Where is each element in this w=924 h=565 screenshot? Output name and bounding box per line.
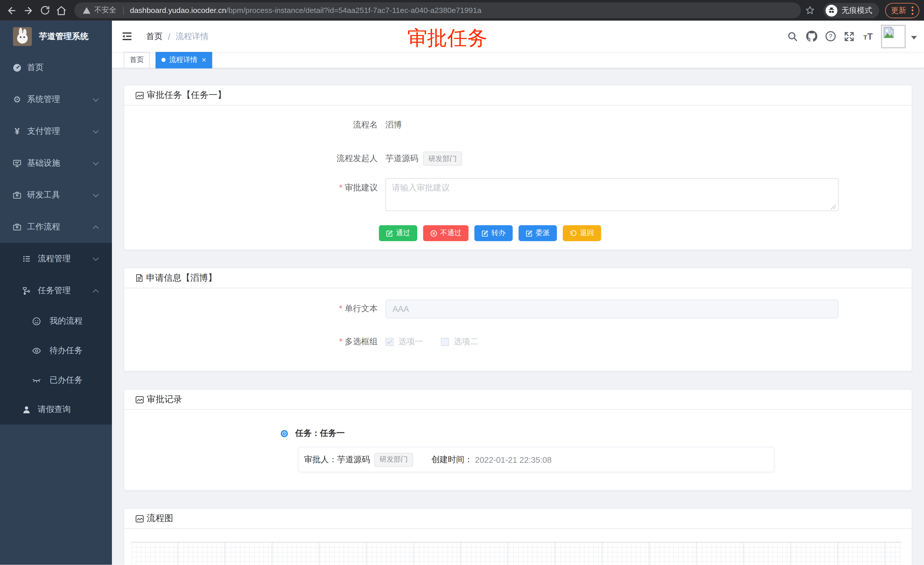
monitor-icon xyxy=(12,158,22,168)
edit-icon xyxy=(482,230,489,237)
created-time-value: 2022-01-21 22:35:08 xyxy=(475,455,552,464)
sidebar-item-infra[interactable]: 基础设施 xyxy=(0,147,112,179)
process-name-value: 滔博 xyxy=(386,120,402,130)
single-line-text-input xyxy=(386,299,838,319)
sidebar-item-pay[interactable]: ¥ 支付管理 xyxy=(0,116,112,147)
return-button[interactable]: 退回 xyxy=(563,225,601,241)
initiator-value: 芋道源码 研发部门 xyxy=(386,152,462,166)
bookmark-star-icon[interactable] xyxy=(805,5,815,15)
browser-toolbar: 不安全 dashboard.yudao.iocoder.cn/bpm/proce… xyxy=(0,0,924,21)
eye-closed-icon xyxy=(32,376,41,385)
transfer-button[interactable]: 转办 xyxy=(474,225,513,241)
edit-icon xyxy=(526,230,533,237)
browser-menu-icon[interactable] xyxy=(912,6,914,15)
incognito-badge: 无痕模式 xyxy=(823,3,879,18)
reload-icon[interactable] xyxy=(36,2,53,19)
browser-update-button[interactable]: 更新 xyxy=(885,3,920,18)
sidebar-item-process-mgmt[interactable]: 流程管理 xyxy=(0,243,112,275)
dashboard-icon xyxy=(12,63,22,73)
close-icon[interactable]: ✕ xyxy=(201,57,206,63)
annotation-text: 审批任务 xyxy=(407,25,487,52)
github-icon[interactable] xyxy=(802,27,821,46)
briefcase-icon xyxy=(12,190,22,200)
created-time-label: 创建时间： xyxy=(431,454,472,465)
delegate-button[interactable]: 委派 xyxy=(519,225,557,241)
list-icon xyxy=(22,254,31,263)
sidebar-item-system[interactable]: ⚙ 系统管理 xyxy=(0,84,112,116)
tab-process-detail[interactable]: 流程详情 ✕ xyxy=(156,52,212,68)
help-icon[interactable]: ? xyxy=(821,27,840,46)
opinion-textarea[interactable] xyxy=(386,178,838,211)
circle-x-icon xyxy=(430,230,437,237)
checkbox-group-label: *多选框组 xyxy=(124,337,386,347)
avatar[interactable] xyxy=(881,24,906,48)
face-icon xyxy=(32,317,41,326)
app-title: 芋道管理系统 xyxy=(39,31,88,42)
page-content: 审批任务【任务一】 流程名 滔博 流程发起人 芋道源码 研发部门 xyxy=(112,68,924,565)
picture-icon xyxy=(135,90,144,100)
gear-icon: ⚙ xyxy=(12,95,22,105)
url-divider xyxy=(123,6,123,15)
url-host: dashboard.yudao.iocoder.cn xyxy=(130,6,226,15)
sidebar-item-task-mgmt[interactable]: 任务管理 xyxy=(0,275,112,307)
back-icon[interactable] xyxy=(3,2,20,19)
approver-label: 审批人： xyxy=(304,454,337,465)
process-diagram-card: 流程图 xyxy=(124,508,912,565)
chevron-down-icon xyxy=(93,159,99,165)
chevron-down-icon xyxy=(93,255,99,261)
user-icon xyxy=(22,405,31,415)
security-warning[interactable]: 不安全 xyxy=(82,5,117,15)
approval-task-card: 审批任务【任务一】 流程名 滔博 流程发起人 芋道源码 研发部门 xyxy=(124,85,912,250)
sidebar-collapse-icon[interactable] xyxy=(122,32,132,41)
text-field-label: *单行文本 xyxy=(124,304,386,314)
sidebar: 芋道管理系统 首页 ⚙ 系统管理 ¥ 支付管理 xyxy=(0,21,112,565)
checkbox-option-1: 选项一 xyxy=(386,337,423,347)
search-icon[interactable] xyxy=(783,27,802,46)
sidebar-item-home[interactable]: 首页 xyxy=(0,52,112,84)
document-icon xyxy=(135,273,144,282)
breadcrumb-current: 流程详情 xyxy=(176,31,208,42)
approval-record-card: 审批记录 任务：任务一 审批人：芋道源码 研发部门 xyxy=(124,389,912,490)
checkbox-option-2: 选项二 xyxy=(441,337,478,347)
bpmn-grid-canvas[interactable] xyxy=(131,542,902,565)
breadcrumb: 首页 / 流程详情 xyxy=(146,31,208,42)
card-title: 申请信息【滔博】 xyxy=(146,272,217,284)
breadcrumb-home[interactable]: 首页 xyxy=(146,31,163,42)
sidebar-item-todo-tasks[interactable]: 待办任务 xyxy=(0,336,112,366)
top-navbar: 首页 / 流程详情 ? T xyxy=(112,21,924,52)
card-header: 流程图 xyxy=(124,509,912,529)
card-header: 审批任务【任务一】 xyxy=(124,86,912,106)
sidebar-item-leave-query[interactable]: 请假查询 xyxy=(0,395,112,425)
app-logo xyxy=(13,27,32,46)
sidebar-item-devtools[interactable]: 研发工具 xyxy=(0,179,112,211)
tab-home[interactable]: 首页 xyxy=(124,52,150,68)
approve-button[interactable]: 通过 xyxy=(379,225,417,241)
address-bar[interactable]: 不安全 dashboard.yudao.iocoder.cn/bpm/proce… xyxy=(74,2,801,18)
picture-icon xyxy=(135,514,144,523)
opinion-label: *审批建议 xyxy=(124,178,386,193)
sidebar-item-done-tasks[interactable]: 已办任务 xyxy=(0,365,112,395)
checkbox-unchecked-icon xyxy=(441,338,449,346)
forward-icon[interactable] xyxy=(20,2,37,19)
app-logo-row[interactable]: 芋道管理系统 xyxy=(0,21,112,52)
approver-value: 芋道源码 xyxy=(337,454,370,465)
eye-icon xyxy=(32,346,41,355)
chevron-up-icon xyxy=(93,225,99,231)
initiator-label: 流程发起人 xyxy=(124,153,386,164)
breadcrumb-separator: / xyxy=(168,32,170,41)
briefcase-icon xyxy=(12,222,22,232)
edit-icon xyxy=(386,230,393,237)
reject-button[interactable]: 不通过 xyxy=(423,225,468,241)
home-icon[interactable] xyxy=(53,2,70,19)
sidebar-item-workflow[interactable]: 工作流程 xyxy=(0,211,112,243)
record-detail-box: 审批人：芋道源码 研发部门 创建时间： 2022-01-21 22:35:08 xyxy=(298,447,774,472)
font-size-icon[interactable]: TT xyxy=(859,27,878,46)
refresh-left-icon xyxy=(570,230,577,237)
card-header: 审批记录 xyxy=(124,389,912,410)
warning-icon xyxy=(82,6,91,15)
timeline-task-text: 任务：任务一 xyxy=(295,428,345,439)
sidebar-item-my-process[interactable]: 我的流程 xyxy=(0,307,112,336)
process-name-label: 流程名 xyxy=(124,120,386,130)
fullscreen-icon[interactable] xyxy=(840,27,859,46)
avatar-caret-icon[interactable] xyxy=(911,36,917,39)
